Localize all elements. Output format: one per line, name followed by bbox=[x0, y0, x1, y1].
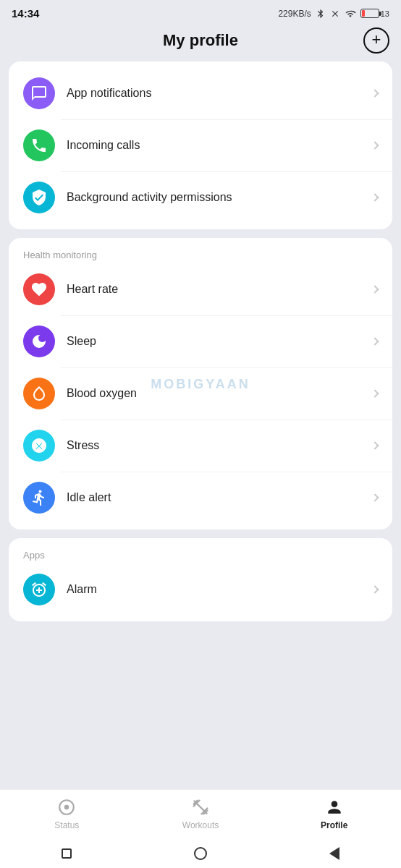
profile-nav-icon bbox=[324, 797, 345, 817]
app-notifications-icon-bg bbox=[23, 77, 55, 109]
main-content: App notifications Incoming calls Backgro… bbox=[0, 61, 401, 629]
sleep-item[interactable]: Sleep bbox=[9, 315, 392, 367]
blood-oxygen-icon-bg bbox=[23, 378, 55, 409]
alarm-item[interactable]: Alarm bbox=[9, 563, 392, 616]
square-icon bbox=[62, 848, 72, 859]
blood-oxygen-item[interactable]: Blood oxygen bbox=[9, 367, 392, 420]
plus-icon: + bbox=[372, 32, 381, 48]
status-icons: 229KB/s 13 bbox=[278, 9, 389, 19]
health-monitoring-card: MOBIGYAAN Health monitoring Heart rate S… bbox=[9, 238, 392, 529]
heart-rate-icon-bg bbox=[23, 273, 55, 305]
nav-workouts[interactable]: Workouts bbox=[134, 797, 268, 830]
chevron-icon bbox=[371, 585, 379, 593]
nav-status[interactable]: Status bbox=[0, 797, 134, 830]
bluetooth-icon bbox=[316, 9, 326, 19]
back-button[interactable] bbox=[59, 846, 75, 861]
sleep-icon-bg bbox=[23, 326, 55, 357]
bottom-navigation: Status Workouts Profile bbox=[0, 789, 401, 839]
app-notifications-item[interactable]: App notifications bbox=[9, 67, 392, 119]
wifi-icon bbox=[345, 9, 356, 19]
battery-text: 13 bbox=[381, 9, 389, 18]
circle-icon bbox=[194, 847, 207, 860]
speed-indicator: 229KB/s bbox=[278, 9, 311, 19]
workouts-nav-icon bbox=[190, 797, 211, 817]
shield-icon bbox=[30, 189, 48, 206]
heart-rate-label: Heart rate bbox=[67, 283, 372, 296]
svg-point-1 bbox=[64, 805, 69, 810]
apps-label: Apps bbox=[9, 544, 392, 563]
blood-oxygen-label: Blood oxygen bbox=[67, 387, 372, 400]
chevron-icon bbox=[371, 389, 379, 397]
triangle-icon bbox=[329, 847, 339, 860]
apps-card: Apps Alarm bbox=[9, 538, 392, 621]
add-button[interactable]: + bbox=[363, 27, 389, 54]
incoming-calls-icon-bg bbox=[23, 129, 55, 161]
nav-profile[interactable]: Profile bbox=[267, 797, 401, 830]
incoming-calls-label: Incoming calls bbox=[67, 139, 372, 152]
workouts-nav-label: Workouts bbox=[182, 820, 219, 830]
alarm-label: Alarm bbox=[67, 583, 372, 596]
idle-alert-label: Idle alert bbox=[67, 491, 372, 504]
alarm-icon bbox=[30, 581, 48, 598]
chevron-icon bbox=[371, 337, 379, 345]
battery-indicator: 13 bbox=[360, 9, 389, 18]
chevron-icon bbox=[371, 89, 379, 97]
background-activity-item[interactable]: Background activity permissions bbox=[9, 171, 392, 224]
background-activity-icon-bg bbox=[23, 182, 55, 213]
sleep-icon bbox=[30, 333, 48, 350]
status-time: 14:34 bbox=[12, 7, 39, 20]
x-icon bbox=[330, 9, 340, 19]
notifications-card: App notifications Incoming calls Backgro… bbox=[9, 61, 392, 229]
heart-rate-item[interactable]: Heart rate bbox=[9, 263, 392, 315]
chevron-icon bbox=[371, 441, 379, 449]
stress-icon-bg bbox=[23, 430, 55, 461]
idle-alert-icon-bg bbox=[23, 482, 55, 514]
stress-label: Stress bbox=[67, 439, 372, 452]
status-nav-icon bbox=[56, 797, 77, 817]
drop-icon bbox=[30, 385, 48, 402]
chevron-icon bbox=[371, 285, 379, 293]
status-bar: 14:34 229KB/s 13 bbox=[0, 0, 401, 24]
idle-alert-item[interactable]: Idle alert bbox=[9, 472, 392, 524]
home-button[interactable] bbox=[193, 846, 208, 861]
page-title: My profile bbox=[163, 31, 238, 50]
status-nav-label: Status bbox=[54, 820, 79, 830]
page-header: My profile + bbox=[0, 24, 401, 61]
face-icon bbox=[30, 437, 48, 454]
chevron-icon bbox=[371, 193, 379, 201]
chevron-icon bbox=[371, 493, 379, 501]
app-notifications-label: App notifications bbox=[67, 87, 372, 100]
walk-icon bbox=[30, 489, 48, 506]
chat-icon bbox=[30, 85, 48, 102]
sleep-label: Sleep bbox=[67, 335, 372, 348]
phone-icon bbox=[30, 137, 48, 154]
heart-icon bbox=[30, 281, 48, 298]
background-activity-label: Background activity permissions bbox=[67, 191, 372, 204]
recents-button[interactable] bbox=[326, 846, 342, 861]
stress-item[interactable]: Stress bbox=[9, 420, 392, 472]
system-nav-bar bbox=[0, 839, 401, 868]
health-monitoring-label: Health monitoring bbox=[9, 244, 392, 263]
incoming-calls-item[interactable]: Incoming calls bbox=[9, 119, 392, 171]
chevron-icon bbox=[371, 141, 379, 149]
profile-nav-label: Profile bbox=[321, 820, 347, 830]
alarm-icon-bg bbox=[23, 574, 55, 605]
